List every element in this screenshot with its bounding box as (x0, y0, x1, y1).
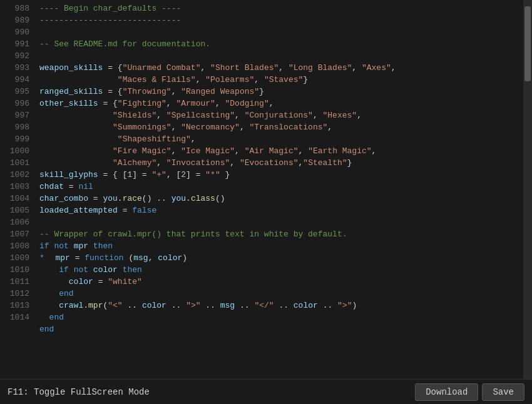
line-number: 994 (3, 74, 29, 86)
code-line: -- Wrapper of crawl.mpr() that prints te… (39, 228, 511, 240)
code-line: end (39, 288, 511, 300)
line-number: 1000 (3, 145, 29, 157)
line-number: 1004 (3, 193, 29, 205)
code-line (39, 216, 511, 228)
line-number: 1006 (3, 216, 29, 228)
download-button[interactable]: Download (415, 383, 478, 401)
line-number: 1007 (3, 228, 29, 240)
code-line: other_skills = {"Fighting", "Armour", "D… (39, 98, 511, 109)
line-number: 1003 (3, 181, 29, 193)
code-line: ---- Begin char_defaults ---- (39, 3, 511, 14)
line-number: 1002 (3, 169, 29, 181)
line-number: 1013 (3, 300, 29, 311)
line-number: 996 (3, 98, 29, 109)
line-number: 1012 (3, 288, 29, 300)
code-line: skill_glyphs = { [1] = "+", [2] = "*" } (39, 169, 511, 181)
line-number: 1014 (3, 311, 29, 323)
line-number: 997 (3, 109, 29, 121)
line-number: 991 (3, 38, 29, 50)
line-number: 1009 (3, 252, 29, 264)
scrollbar-thumb[interactable] (524, 6, 531, 81)
code-line: end (39, 311, 511, 323)
code-content[interactable]: ---- Begin char_defaults ---------------… (34, 0, 523, 379)
save-button[interactable]: Save (482, 383, 524, 401)
code-line: "Fire Magic", "Ice Magic", "Air Magic", … (39, 145, 511, 157)
line-number: 993 (3, 62, 29, 74)
line-number: 1001 (3, 157, 29, 169)
code-line: crawl.mpr("<" .. color .. ">" .. msg .. … (39, 300, 511, 311)
line-number: 1005 (3, 205, 29, 216)
code-line: if not mpr then (39, 240, 511, 252)
code-line: "Shields", "Spellcasting", "Conjurations… (39, 109, 511, 121)
footer-buttons: Download Save (415, 383, 524, 401)
line-number: 1010 (3, 264, 29, 276)
code-line: * mpr = function (msg, color) (39, 252, 511, 264)
code-line (39, 50, 511, 62)
line-number: 989 (3, 14, 29, 26)
line-number: 999 (3, 133, 29, 145)
code-line: ----------------------------- (39, 14, 511, 26)
code-line: "Summonings", "Necromancy", "Translocati… (39, 121, 511, 133)
code-line: char_combo = you.race() .. you.class() (39, 193, 511, 205)
code-line: if not color then (39, 264, 511, 276)
line-numbers: 9889899909919929939949959969979989991000… (0, 0, 34, 379)
footer-hint: F11: Toggle FullScreen Mode (8, 387, 150, 397)
line-number: 998 (3, 121, 29, 133)
code-line: weapon_skills = {"Unarmed Combat", "Shor… (39, 62, 511, 74)
code-line: loaded_attempted = false (39, 205, 511, 216)
code-line: end (39, 323, 511, 335)
code-line: color = "white" (39, 276, 511, 288)
line-number: 1011 (3, 276, 29, 288)
line-number: 988 (3, 3, 29, 14)
code-line: chdat = nil (39, 181, 511, 193)
code-line (39, 26, 511, 38)
footer: F11: Toggle FullScreen Mode Download Sav… (0, 379, 532, 404)
code-line: "Maces & Flails", "Polearms", "Staves"} (39, 74, 511, 86)
line-number: 995 (3, 86, 29, 98)
line-number: 990 (3, 26, 29, 38)
code-line: "Alchemy", "Invocations", "Evocations","… (39, 157, 511, 169)
code-line: ranged_skills = {"Throwing", "Ranged Wea… (39, 86, 511, 98)
editor-area: 9889899909919929939949959969979989991000… (0, 0, 532, 379)
line-number: 1008 (3, 240, 29, 252)
scrollbar[interactable] (523, 0, 532, 379)
code-line: "Shapeshifting", (39, 133, 511, 145)
code-line: -- See README.md for documentation. (39, 38, 511, 50)
line-number: 992 (3, 50, 29, 62)
